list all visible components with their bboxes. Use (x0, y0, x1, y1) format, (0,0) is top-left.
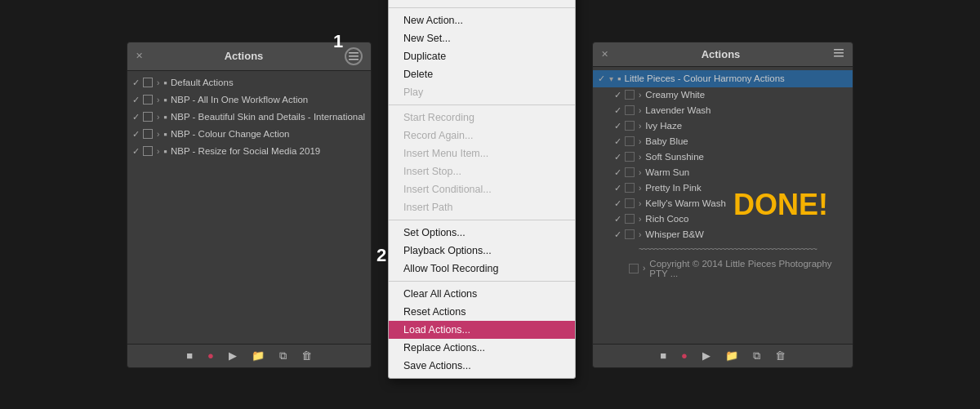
expand-arrow[interactable]: › (639, 137, 641, 146)
set-options-item[interactable]: Set Options... (389, 224, 575, 242)
insert-menu-item: Insert Menu Item... (389, 144, 575, 162)
list-item[interactable]: ✓ › ▪ NBP - Colour Change Action (127, 126, 371, 143)
action-name: NBP - All In One Workflow Action (171, 95, 308, 104)
record-indicator (143, 129, 153, 139)
right-panel-title: Actions (702, 48, 741, 60)
expand-arrow[interactable]: › (639, 153, 641, 162)
left-toolbar: ■ ● ▶ 📁 ⧉ 🗑 (127, 344, 371, 367)
list-item[interactable]: › Copyright © 2014 Little Pieces Photogr… (609, 256, 853, 281)
action-name: Kelly's Warm Wash (645, 198, 725, 208)
list-item[interactable]: ✓ › Soft Sunshine (609, 149, 853, 165)
record-indicator (625, 183, 635, 193)
record-indicator (625, 198, 635, 208)
action-name: Whisper B&W (645, 229, 704, 239)
new-action-button[interactable]: ⧉ (750, 348, 764, 364)
new-action-button[interactable]: ⧉ (276, 348, 290, 364)
record-indicator (625, 121, 635, 131)
expand-arrow[interactable]: › (157, 113, 159, 122)
left-panel-title: Actions (225, 50, 264, 62)
list-item[interactable]: ✓ › ▪ NBP - Beautiful Skin and Details -… (127, 109, 371, 126)
record-indicator (143, 78, 153, 87)
clear-all-actions-item[interactable]: Clear All Actions (389, 285, 575, 303)
list-item[interactable]: ✓ › ▪ Default Actions (127, 74, 371, 91)
record-button[interactable]: ● (204, 348, 217, 363)
actions-dropdown-menu: Button Mode New Action... New Set... Dup… (388, 0, 576, 379)
record-indicator (625, 90, 635, 100)
expand-arrow[interactable]: › (639, 199, 641, 208)
playback-options-item[interactable]: Playback Options... (389, 242, 575, 260)
stop-button[interactable]: ■ (657, 348, 670, 363)
list-item[interactable]: ✓ › ▪ NBP - Resize for Social Media 2019 (127, 143, 371, 160)
play-button[interactable]: ▶ (225, 348, 240, 363)
expand-arrow[interactable]: › (157, 147, 159, 156)
svg-rect-1 (349, 56, 359, 57)
left-close-button[interactable]: ✕ (136, 51, 143, 61)
expand-arrow[interactable]: › (639, 106, 641, 115)
record-indicator (143, 112, 153, 122)
list-item[interactable]: ✓ › Ivy Haze (609, 118, 853, 134)
folder-icon: ▪ (163, 128, 167, 140)
list-item[interactable]: ✓ › Creamy White (609, 87, 853, 103)
record-indicator (625, 214, 635, 224)
record-indicator (625, 152, 635, 162)
list-item[interactable]: ✓ › Kelly's Warm Wash (609, 196, 853, 211)
allow-tool-recording-item[interactable]: Allow Tool Recording (389, 260, 575, 278)
expand-arrow[interactable]: › (639, 122, 641, 131)
list-item[interactable]: ✓ › Lavender Wash (609, 103, 853, 118)
new-action-item[interactable]: New Action... (389, 11, 575, 29)
left-menu-icon[interactable] (345, 47, 363, 65)
check-mark: ✓ (132, 78, 140, 88)
expand-arrow[interactable]: › (643, 264, 645, 273)
expand-arrow[interactable]: › (639, 91, 641, 100)
right-close-button[interactable]: ✕ (601, 49, 608, 60)
replace-actions-item[interactable]: Replace Actions... (389, 339, 575, 357)
duplicate-item[interactable]: Duplicate (389, 47, 575, 65)
left-panel-content: ✓ › ▪ Default Actions ✓ › ▪ NBP - All In… (127, 71, 371, 344)
list-item[interactable]: ✓ › Whisper B&W (609, 227, 853, 242)
set-header-item[interactable]: ✓ ▾ ▪ Little Pieces - Colour Harmony Act… (593, 70, 853, 87)
list-item[interactable]: ✓ › Baby Blue (609, 134, 853, 149)
delete-button[interactable]: 🗑 (298, 348, 315, 363)
list-item[interactable]: ✓ › Warm Sun (609, 165, 853, 180)
stop-button[interactable]: ■ (183, 348, 196, 363)
right-toolbar: ■ ● ▶ 📁 ⧉ 🗑 (593, 344, 853, 367)
left-menu-trigger[interactable]: 1 (345, 47, 363, 65)
action-name: Rich Coco (645, 214, 688, 224)
save-actions-item[interactable]: Save Actions... (389, 357, 575, 375)
expand-arrow[interactable]: › (639, 184, 641, 193)
record-indicator (143, 95, 153, 104)
delete-item[interactable]: Delete (389, 65, 575, 83)
action-name: Default Actions (171, 78, 234, 87)
expand-arrow[interactable]: › (157, 78, 159, 87)
action-name: NBP - Resize for Social Media 2019 (171, 146, 320, 156)
list-item[interactable]: ✓ › Pretty In Pink (609, 180, 853, 196)
load-actions-item[interactable]: Load Actions... (389, 321, 575, 339)
expand-arrow[interactable]: › (639, 215, 641, 224)
new-set-button[interactable]: 📁 (248, 348, 268, 363)
folder-icon: ▪ (163, 77, 167, 89)
expand-arrow[interactable]: › (157, 96, 159, 104)
delete-button[interactable]: 🗑 (772, 348, 789, 363)
record-indicator (629, 264, 639, 273)
play-button[interactable]: ▶ (699, 348, 714, 363)
check-mark: ✓ (614, 183, 621, 193)
check-mark: ✓ (598, 73, 605, 84)
check-mark: ✓ (132, 129, 140, 140)
reset-actions-item[interactable]: Reset Actions (389, 303, 575, 321)
button-mode-item[interactable]: Button Mode (389, 0, 575, 4)
separator (389, 220, 575, 220)
check-mark: ✓ (614, 198, 621, 209)
list-item[interactable]: ✓ › ▪ NBP - All In One Workflow Action (127, 91, 371, 109)
right-panel-content: ✓ ▾ ▪ Little Pieces - Colour Harmony Act… (593, 67, 853, 344)
expand-arrow[interactable]: › (639, 168, 641, 177)
right-menu-icon[interactable] (833, 47, 844, 61)
list-item[interactable]: ✓ › Rich Coco (609, 211, 853, 227)
expand-arrow[interactable]: › (157, 130, 159, 139)
new-set-item[interactable]: New Set... (389, 29, 575, 47)
new-set-button[interactable]: 📁 (722, 348, 742, 363)
expand-arrow[interactable]: › (639, 230, 641, 239)
record-indicator (625, 167, 635, 177)
expand-arrow[interactable]: ▾ (609, 74, 613, 83)
record-button[interactable]: ● (678, 348, 691, 363)
right-actions-panel: ✕ Actions ✓ ▾ ▪ Little Pieces - Colour H… (592, 42, 853, 368)
